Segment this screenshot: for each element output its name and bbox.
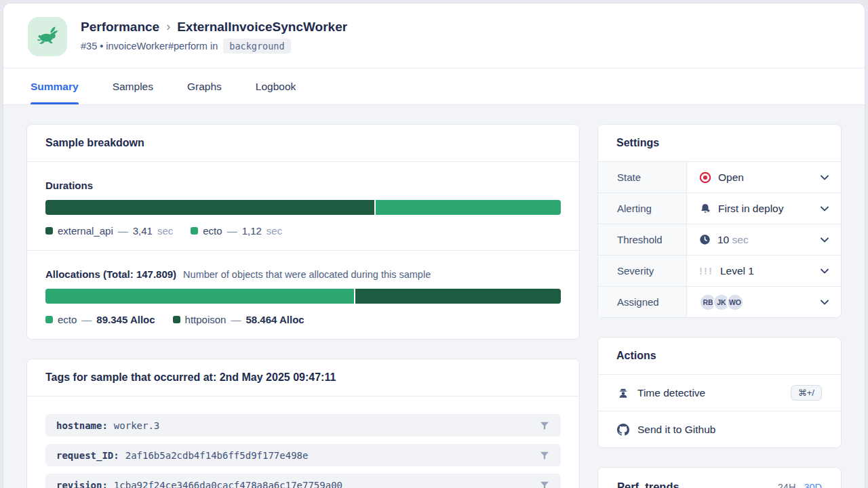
legend-item: ecto — 1,12 sec: [191, 225, 282, 237]
setting-label: Threshold: [598, 224, 687, 255]
main-column: Sample breakdown Durations external_api …: [26, 124, 580, 470]
range-toggle: 24H 30D: [778, 482, 822, 488]
durations-bar: [45, 200, 561, 215]
legend-dash: —: [231, 314, 241, 325]
swatch-dark-green: [45, 227, 53, 235]
assigned-dropdown[interactable]: RB JK WO: [687, 287, 841, 317]
performance-rabbit-icon: [28, 17, 67, 56]
tag-row-revision: revision: 1cba92f24ce3466da0cacf478a8a6c…: [45, 474, 561, 488]
legend-value: 58.464 Alloc: [245, 314, 304, 325]
tag-value: worker.3: [114, 420, 159, 431]
settings-title: Settings: [598, 125, 841, 161]
setting-value: Level 1: [720, 265, 754, 277]
breadcrumb-separator-icon: ›: [166, 20, 170, 34]
tags-list: hostname: worker.3 request_ID: 2af16b5a2…: [27, 396, 579, 488]
setting-label: Alerting: [598, 193, 687, 224]
tab-bar: Summary Samples Graphs Logbook: [3, 68, 865, 105]
send-to-github-action[interactable]: Send it to Github: [598, 411, 841, 447]
chevron-down-icon: [821, 268, 829, 274]
settings-card: Settings State Open: [597, 124, 842, 318]
legend-label: ecto: [58, 314, 77, 325]
severity-dropdown[interactable]: !!! Level 1: [687, 256, 841, 286]
allocations-description: Number of objects that were allocated du…: [183, 269, 431, 280]
page-header: Performance › ExternalInvoiceSyncWorker …: [3, 3, 865, 68]
legend-item: httpoison — 58.464 Alloc: [173, 314, 304, 325]
tab-logbook[interactable]: Logbook: [256, 68, 296, 104]
allocations-heading: Allocations (Total: 147.809): [45, 268, 176, 280]
durations-segment-ecto: [376, 200, 561, 215]
setting-label: Severity: [598, 256, 687, 286]
chevron-down-icon: [821, 175, 829, 180]
state-dropdown[interactable]: Open: [687, 162, 841, 192]
tag-value: 2af16b5a2cdb4f14b6ff5d9f177e498e: [125, 450, 309, 461]
legend-item: ecto — 89.345 Alloc: [45, 314, 155, 325]
filter-icon[interactable]: [539, 420, 550, 431]
setting-row-assigned: Assigned RB JK WO: [598, 286, 841, 317]
swatch-dark-green: [173, 316, 180, 323]
legend-item: external_api — 3,41 sec: [45, 225, 173, 237]
setting-row-alerting: Alerting First in deploy: [598, 192, 841, 224]
tag-key: hostname:: [56, 420, 108, 431]
allocations-segment-httpoison: [355, 289, 561, 304]
time-detective-action[interactable]: Time detective ⌘+/: [598, 374, 841, 411]
legend-value: 3,41: [133, 225, 153, 237]
shortcut-badge: ⌘+/: [791, 385, 822, 401]
tag-key: request_ID:: [56, 450, 119, 461]
record-icon: [699, 171, 711, 184]
avatar: WO: [726, 293, 744, 311]
breadcrumb: Performance › ExternalInvoiceSyncWorker: [81, 20, 347, 35]
allocations-segment-ecto: [45, 289, 354, 304]
swatch-light-green: [191, 227, 198, 235]
side-column: Settings State Open: [597, 124, 842, 470]
threshold-dropdown[interactable]: 10 sec: [687, 224, 841, 255]
page-subtitle: #35 • invoiceWorker#perform in backgroun…: [81, 39, 347, 54]
breadcrumb-section[interactable]: Performance: [81, 20, 159, 35]
perf-trends-card: Perf. trends 24H 30D: [597, 467, 842, 488]
durations-legend: external_api — 3,41 sec ecto — 1,12 sec: [45, 225, 561, 237]
setting-row-severity: Severity !!! Level 1: [598, 255, 841, 286]
alerting-dropdown[interactable]: First in deploy: [687, 193, 841, 224]
legend-label: ecto: [203, 225, 222, 237]
sample-breakdown-title: Sample breakdown: [27, 125, 579, 162]
legend-unit: sec: [157, 225, 173, 237]
tag-row-request-id: request_ID: 2af16b5a2cdb4f14b6ff5d9f177e…: [45, 444, 561, 466]
legend-dash: —: [227, 225, 237, 237]
legend-label: external_api: [58, 225, 113, 237]
perf-trends-title: Perf. trends: [617, 481, 679, 488]
header-text: Performance › ExternalInvoiceSyncWorker …: [81, 20, 347, 54]
action-label: Send it to Github: [637, 424, 715, 436]
tab-summary[interactable]: Summary: [31, 68, 79, 104]
tag-value: 1cba92f24ce3466da0cacf478a8a6c17e7759a00: [114, 480, 342, 488]
filter-icon[interactable]: [539, 450, 550, 461]
tags-card: Tags for sample that occurred at: 2nd Ma…: [26, 359, 580, 488]
assigned-avatars: RB JK WO: [699, 293, 744, 311]
clock-icon: [699, 234, 711, 245]
rabbit-icon: [36, 25, 59, 48]
chevron-down-icon: [821, 300, 829, 305]
chevron-down-icon: [821, 237, 829, 243]
legend-dash: —: [81, 314, 92, 325]
github-icon: [617, 424, 629, 436]
setting-row-state: State Open: [598, 161, 841, 192]
swatch-light-green: [45, 316, 53, 323]
range-30d[interactable]: 30D: [804, 482, 822, 488]
setting-value: Open: [718, 171, 744, 184]
setting-row-threshold: Threshold 10 sec: [598, 224, 841, 255]
exclamations-icon: !!!: [699, 265, 713, 277]
range-24h[interactable]: 24H: [778, 482, 796, 488]
perf-trends-header: Perf. trends 24H 30D: [598, 468, 841, 488]
chevron-down-icon: [821, 206, 829, 211]
allocations-section: Allocations (Total: 147.809) Number of o…: [27, 250, 579, 339]
setting-label: Assigned: [598, 287, 687, 317]
legend-label: httpoison: [185, 314, 226, 325]
legend-dash: —: [118, 225, 128, 237]
filter-icon[interactable]: [539, 480, 550, 488]
legend-unit: sec: [267, 225, 282, 237]
tab-samples[interactable]: Samples: [113, 68, 153, 104]
tag-key: revision:: [56, 480, 108, 488]
setting-value: 10 sec: [717, 234, 749, 246]
durations-section: Durations external_api — 3,41 sec: [27, 162, 579, 250]
tab-graphs[interactable]: Graphs: [187, 68, 222, 104]
actions-card: Actions Time detective ⌘+/ Send it: [597, 337, 842, 448]
sample-breakdown-card: Sample breakdown Durations external_api …: [26, 124, 580, 340]
